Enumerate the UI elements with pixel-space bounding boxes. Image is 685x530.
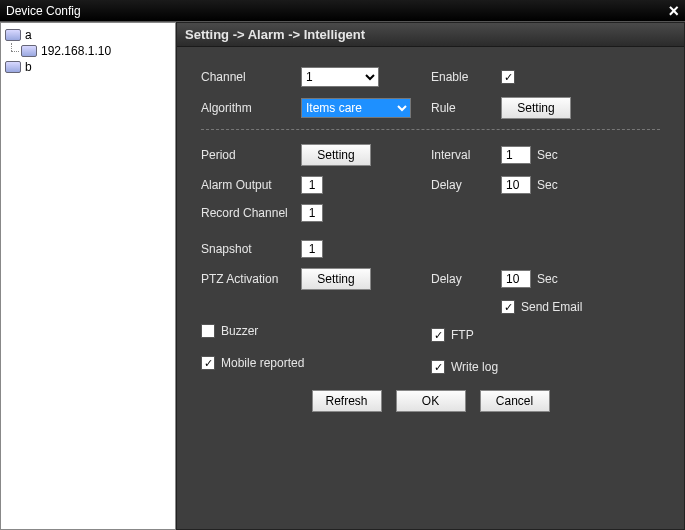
device-tree: a 192.168.1.10 b (0, 22, 176, 530)
refresh-button[interactable]: Refresh (312, 390, 382, 412)
algorithm-select[interactable]: Items care (301, 98, 411, 118)
send-email-checkbox[interactable] (501, 300, 515, 314)
delay1-input[interactable] (501, 176, 531, 194)
delay1-label: Delay (431, 178, 501, 192)
device-icon (5, 29, 21, 41)
interval-unit: Sec (537, 148, 558, 162)
ptz-setting-button[interactable]: Setting (301, 268, 371, 290)
tree-item-a[interactable]: a (3, 27, 173, 43)
interval-label: Interval (431, 148, 501, 162)
period-setting-button[interactable]: Setting (301, 144, 371, 166)
send-email-label: Send Email (521, 300, 582, 314)
enable-checkbox[interactable] (501, 70, 515, 84)
ftp-label: FTP (451, 328, 474, 342)
tree-item-b[interactable]: b (3, 59, 173, 75)
snapshot-box[interactable]: 1 (301, 240, 323, 258)
device-icon (21, 45, 37, 57)
breadcrumb: Setting -> Alarm -> Intelligent (177, 23, 684, 47)
content-panel: Setting -> Alarm -> Intelligent Channel … (176, 22, 685, 530)
channel-label: Channel (201, 70, 301, 84)
window-title: Device Config (6, 4, 81, 18)
device-icon (5, 61, 21, 73)
tree-item-ip[interactable]: 192.168.1.10 (3, 43, 173, 59)
record-channel-box[interactable]: 1 (301, 204, 323, 222)
channel-select[interactable]: 1 (301, 67, 379, 87)
divider (201, 129, 660, 130)
alarm-output-label: Alarm Output (201, 178, 301, 192)
rule-label: Rule (431, 101, 501, 115)
delay1-unit: Sec (537, 178, 558, 192)
algorithm-label: Algorithm (201, 101, 301, 115)
buzzer-checkbox[interactable] (201, 324, 215, 338)
tree-item-label: a (25, 28, 32, 42)
tree-item-label: b (25, 60, 32, 74)
delay2-input[interactable] (501, 270, 531, 288)
ftp-checkbox[interactable] (431, 328, 445, 342)
write-log-label: Write log (451, 360, 498, 374)
delay2-unit: Sec (537, 272, 558, 286)
interval-input[interactable] (501, 146, 531, 164)
rule-setting-button[interactable]: Setting (501, 97, 571, 119)
mobile-reported-checkbox[interactable] (201, 356, 215, 370)
alarm-output-box[interactable]: 1 (301, 176, 323, 194)
buzzer-label: Buzzer (221, 324, 258, 338)
titlebar: Device Config × (0, 0, 685, 22)
snapshot-label: Snapshot (201, 242, 301, 256)
enable-label: Enable (431, 70, 501, 84)
tree-item-label: 192.168.1.10 (41, 44, 111, 58)
ok-button[interactable]: OK (396, 390, 466, 412)
mobile-reported-label: Mobile reported (221, 356, 304, 370)
close-icon[interactable]: × (668, 4, 679, 18)
write-log-checkbox[interactable] (431, 360, 445, 374)
record-channel-label: Record Channel (201, 206, 301, 220)
period-label: Period (201, 148, 301, 162)
cancel-button[interactable]: Cancel (480, 390, 550, 412)
delay2-label: Delay (431, 272, 501, 286)
ptz-activation-label: PTZ Activation (201, 272, 301, 286)
